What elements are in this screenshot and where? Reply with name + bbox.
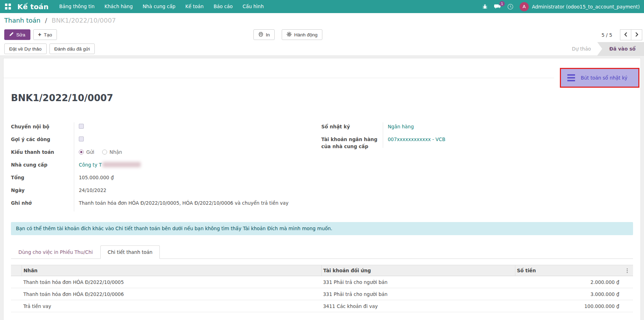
apps-menu-icon[interactable] <box>5 4 11 10</box>
table-row[interactable]: Trả tiền vay 3411 Các khoản đi vay 100.0… <box>11 300 633 312</box>
record-buttons: Sửa + Tạo <box>4 29 57 40</box>
journal-link[interactable]: Ngân hàng <box>388 124 414 129</box>
row-handle <box>11 276 22 288</box>
menu-item-dashboard[interactable]: Bảng thông tin <box>54 0 99 13</box>
breadcrumb-separator: / <box>45 17 47 24</box>
payment-date: 24/10/2022 <box>74 186 321 199</box>
printer-icon <box>258 32 263 38</box>
row-label: Thanh toán hóa đơn HÓA Đ/2022/10/0005 <box>22 276 321 288</box>
field-total: Tổng 105.000.000 ₫ <box>11 173 321 186</box>
chevron-left-icon <box>624 31 627 38</box>
journal-menu-icon <box>567 74 575 81</box>
user-name: Administrator (odoo15_to_account_payment… <box>532 4 640 10</box>
suggest-lines-checkbox[interactable] <box>79 136 84 141</box>
breadcrumb: Thanh toán / BNK1/2022/10/0007 <box>4 17 116 24</box>
gear-icon <box>287 32 292 38</box>
label-column-header[interactable]: Nhãn <box>22 265 321 276</box>
action-button[interactable]: Hành động <box>282 29 322 40</box>
row-label: Thanh toán hóa đơn HÓA Đ/2022/10/0006 <box>22 288 321 300</box>
row-account: 331 Phải trả cho người bán <box>321 276 515 288</box>
row-amount: 2.000.000 ₫ <box>515 276 621 288</box>
total-amount: 105.000.000 ₫ <box>74 173 321 186</box>
breadcrumb-parent-link[interactable]: Thanh toán <box>4 17 40 24</box>
pencil-icon <box>9 32 14 37</box>
breadcrumb-current: BNK1/2022/10/0007 <box>52 17 116 24</box>
menu-item-vendors[interactable]: Nhà cung cấp <box>137 0 180 13</box>
content-area: Bút toán sổ nhật ký BNK1/2022/10/0007 Ch… <box>0 56 644 320</box>
field-journal: Sổ nhật ký Ngân hàng <box>321 122 633 135</box>
statusbar-buttons: Đặt về Dự thảo Đánh dấu đã gửi <box>4 43 95 54</box>
menu-item-accounting[interactable]: Kế toán <box>180 0 209 13</box>
journal-entries-smart-button[interactable]: Bút toán sổ nhật ký <box>561 69 638 87</box>
field-internal-transfer: Chuyển nội bộ <box>11 122 321 135</box>
field-payment-type: Kiểu thanh toán Gửi Nhận <box>11 148 321 161</box>
tab-payment-details[interactable]: Chi tiết thanh toán <box>100 245 160 259</box>
table-row[interactable]: Thanh toán hóa đơn HÓA Đ/2022/10/0006 33… <box>11 288 633 300</box>
amount-column-header[interactable]: Số tiền <box>515 265 621 276</box>
messages-icon[interactable]: 1 <box>494 4 501 10</box>
button-box-divider <box>4 78 554 78</box>
memo-text: Thanh toán hóa đơn HÓA Đ/2022/10/0005, H… <box>74 199 321 211</box>
print-action-buttons: In Hành động <box>253 29 322 40</box>
payment-lines-table: Nhãn Tài khoản đối ứng Số tiền Thanh toá… <box>11 265 633 312</box>
row-handle <box>11 300 22 312</box>
payment-type-send-radio[interactable]: Gửi <box>79 149 94 156</box>
pager-count: 5 / 5 <box>602 32 612 38</box>
menu-item-configuration[interactable]: Cấu hình <box>238 0 269 13</box>
optional-columns-icon[interactable] <box>623 268 631 273</box>
row-handle <box>11 288 22 300</box>
navbar-systray: 1 A Administrator (odoo15_to_account_pay… <box>482 2 640 11</box>
row-label: Trả tiền vay <box>22 300 321 312</box>
field-date: Ngày 24/10/2022 <box>11 186 321 199</box>
form-fields: Chuyển nội bộ Gợi ý các dòng Kiểu thanh … <box>11 122 633 211</box>
menu-item-customers[interactable]: Khách hàng <box>100 0 138 13</box>
tab-voucher-printing[interactable]: Dùng cho việc in Phiếu Thu/Chi <box>11 245 100 258</box>
row-account: 331 Phải trả cho người bán <box>321 288 515 300</box>
app-brand[interactable]: Kế toán <box>17 2 48 11</box>
highlight-annotation: Bút toán sổ nhật ký <box>560 68 639 88</box>
menu-item-reports[interactable]: Báo cáo <box>209 0 238 13</box>
pager-next-button[interactable] <box>631 29 642 40</box>
field-vendor: Nhà cung cấp Công ty T <box>11 161 321 173</box>
debug-bug-icon[interactable] <box>482 4 488 10</box>
edit-button[interactable]: Sửa <box>4 29 30 40</box>
plus-icon: + <box>38 32 41 37</box>
table-row[interactable]: Thanh toán hóa đơn HÓA Đ/2022/10/0005 33… <box>11 276 633 288</box>
state-draft[interactable]: Dự thảo <box>566 42 597 56</box>
statusbar-states: Dự thảo Đã vào sổ <box>566 42 644 56</box>
row-amount: 100.000.000 ₫ <box>515 300 621 312</box>
state-posted[interactable]: Đã vào sổ <box>597 42 644 56</box>
avatar: A <box>520 2 529 11</box>
reset-to-draft-button[interactable]: Đặt về Dự thảo <box>4 43 47 54</box>
user-menu[interactable]: A Administrator (odoo15_to_account_payme… <box>520 2 640 11</box>
top-navbar: Kế toán Bảng thông tin Khách hàng Nhà cu… <box>0 0 644 13</box>
pager: 5 / 5 <box>602 29 642 40</box>
page-title: BNK1/2022/10/0007 <box>11 93 633 103</box>
payment-type-receive-radio[interactable]: Nhận <box>102 149 122 156</box>
mark-as-sent-button[interactable]: Đánh dấu đã gửi <box>49 43 95 54</box>
message-count-badge: 1 <box>499 1 505 6</box>
account-column-header[interactable]: Tài khoản đối ứng <box>321 265 515 276</box>
internal-transfer-checkbox[interactable] <box>79 124 84 129</box>
notebook-tabs: Dùng cho việc in Phiếu Thu/Chi Chi tiết … <box>11 245 633 259</box>
bank-account-link[interactable]: 007xxxxxxxxxxxx - VCB <box>388 136 445 142</box>
table-header-row: Nhãn Tài khoản đối ứng Số tiền <box>11 265 633 276</box>
statusbar: Đặt về Dự thảo Đánh dấu đã gửi Dự thảo Đ… <box>0 42 644 56</box>
redacted-vendor-name <box>103 162 141 167</box>
field-vendor-bank-account: Tài khoản ngân hàng của nhà cung cấp 007… <box>321 135 633 150</box>
row-amount: 3.000.000 ₫ <box>515 288 621 300</box>
form-sheet: Bút toán sổ nhật ký BNK1/2022/10/0007 Ch… <box>3 58 641 320</box>
field-memo: Ghi nhớ Thanh toán hóa đơn HÓA Đ/2022/10… <box>11 199 321 211</box>
chevron-right-icon <box>635 31 638 38</box>
print-button[interactable]: In <box>253 29 275 40</box>
pager-previous-button[interactable] <box>620 29 631 40</box>
create-button[interactable]: + Tạo <box>33 29 57 40</box>
activities-clock-icon[interactable] <box>507 4 514 10</box>
info-alert: Bạn có thể thêm tài khoản đích khác vào … <box>11 222 633 235</box>
row-account: 3411 Các khoản đi vay <box>321 300 515 312</box>
odoo-window: Kế toán Bảng thông tin Khách hàng Nhà cu… <box>0 0 644 320</box>
radio-selected-icon <box>79 150 84 155</box>
vendor-link[interactable]: Công ty T <box>79 162 102 168</box>
handle-column-header <box>11 265 22 276</box>
main-menu: Bảng thông tin Khách hàng Nhà cung cấp K… <box>54 0 269 13</box>
